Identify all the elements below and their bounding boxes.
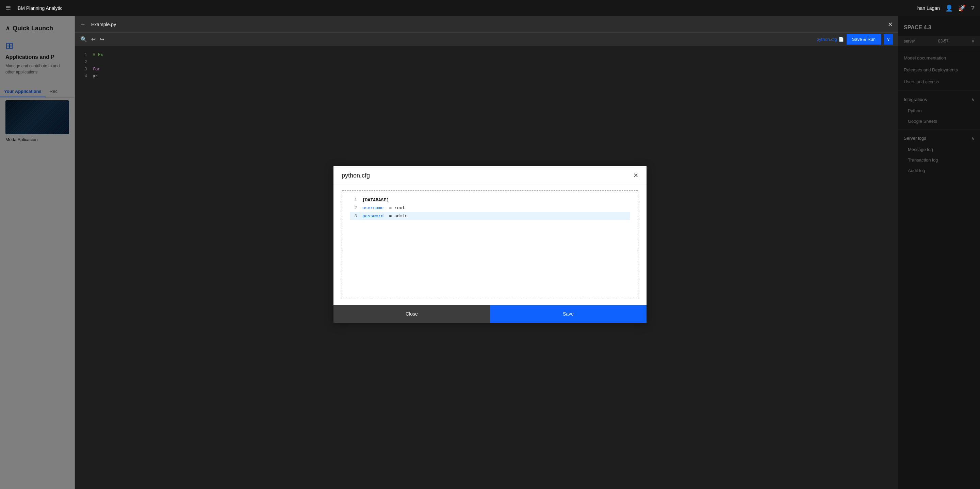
cfg-close-button[interactable]: Close <box>334 305 490 323</box>
save-run-dropdown-button[interactable]: ∨ <box>884 34 893 44</box>
code-line-4: 4 pr <box>80 73 893 80</box>
cfg-key-password: password <box>363 212 383 220</box>
code-toolbar: 🔍 ↩ ↪ python.cfg 📄 Save & Run ∨ <box>75 33 898 46</box>
cfg-file-icon: 📄 <box>838 37 844 42</box>
cfg-line-2: 2 username = root <box>350 204 630 212</box>
menu-icon[interactable]: ☰ <box>5 5 11 12</box>
cfg-modal-header: python.cfg ✕ <box>334 166 646 185</box>
search-code-icon[interactable]: 🔍 <box>80 36 87 43</box>
cfg-editor[interactable]: 1 [DATABASE] 2 username = root 3 passwor… <box>342 191 638 299</box>
back-button[interactable]: ← <box>80 21 86 27</box>
undo-icon[interactable]: ↩ <box>91 36 95 43</box>
cfg-save-button[interactable]: Save <box>490 305 646 323</box>
cfg-modal-close-button[interactable]: ✕ <box>633 172 638 179</box>
code-line-3: 3 for <box>80 66 893 73</box>
code-panel-header: ← Example.py ✕ <box>75 16 898 33</box>
cfg-value-username: = root <box>389 204 405 212</box>
cfg-line-3: 3 password = admin <box>350 212 630 220</box>
code-toolbar-right: python.cfg 📄 Save & Run ∨ <box>817 34 893 44</box>
user-icon[interactable]: 👤 <box>945 5 953 12</box>
user-name: han Lagan <box>917 5 940 11</box>
top-nav: ☰ IBM Planning Analytic han Lagan 👤 🚀 ? <box>0 0 980 16</box>
cfg-modal: python.cfg ✕ 1 [DATABASE] 2 username = r… <box>334 166 646 323</box>
help-icon[interactable]: ? <box>971 5 975 12</box>
code-panel-title: Example.py <box>91 22 116 27</box>
code-line-2: 2 <box>80 59 893 66</box>
cfg-modal-footer: Close Save <box>334 305 646 323</box>
redo-icon[interactable]: ↪ <box>100 36 104 43</box>
python-cfg-button[interactable]: python.cfg 📄 <box>817 37 844 42</box>
cfg-modal-title: python.cfg <box>342 172 370 179</box>
save-run-button[interactable]: Save & Run <box>846 34 881 44</box>
top-nav-right: han Lagan 👤 🚀 ? <box>917 5 975 12</box>
close-code-panel-button[interactable]: ✕ <box>888 21 893 28</box>
cfg-key-username: username <box>363 204 383 212</box>
cfg-line-1: 1 [DATABASE] <box>350 196 630 204</box>
code-line-1: 1 # Ex <box>80 52 893 59</box>
cfg-value-password: = admin <box>389 212 408 220</box>
app-title: IBM Planning Analytic <box>16 5 62 11</box>
cfg-section-database: [DATABASE] <box>363 196 389 204</box>
rocket-icon[interactable]: 🚀 <box>958 5 966 12</box>
